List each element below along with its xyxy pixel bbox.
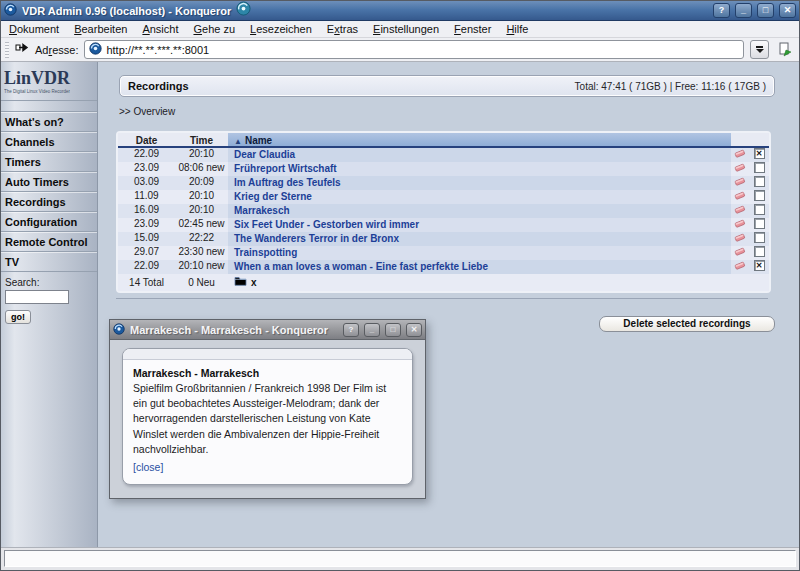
popup-title: Marrakesch - Marrakesch - Konqueror <box>130 324 328 336</box>
delete-icon[interactable] <box>734 162 746 176</box>
sidebar-item-whats-on[interactable]: What's on? <box>1 112 97 132</box>
recording-link[interactable]: Frühreport Wirtschaft <box>234 163 337 174</box>
window-title: VDR Admin 0.96 (localhost) - Konqueror <box>22 5 231 17</box>
select-checkbox[interactable] <box>754 176 765 187</box>
select-checkbox[interactable] <box>754 162 765 173</box>
sidebar-item-auto-timers[interactable]: Auto Timers <box>1 172 97 192</box>
menu-dokument[interactable]: Dokument <box>9 23 59 35</box>
search-label: Search: <box>5 277 93 288</box>
delete-icon[interactable] <box>734 232 746 246</box>
recording-link[interactable]: Krieg der Sterne <box>234 191 312 202</box>
toolbar-grip[interactable] <box>5 42 9 58</box>
select-checkbox[interactable] <box>754 260 765 271</box>
recording-link[interactable]: Six Feet Under - Gestorben wird immer <box>234 219 419 230</box>
popup-help-button[interactable]: ? <box>343 323 359 337</box>
sidebar-item-timers[interactable]: Timers <box>1 152 97 172</box>
delete-icon[interactable] <box>734 218 746 232</box>
delete-icon[interactable] <box>734 148 746 162</box>
konqueror-icon <box>4 2 17 20</box>
address-input[interactable] <box>106 44 739 56</box>
popup-titlebar[interactable]: Marrakesch - Marrakesch - Konqueror ? _ … <box>110 320 425 340</box>
linvdr-logo: LinVDR The Digital Linux Video Recorder <box>1 62 97 101</box>
page: Recordings Total: 47:41 ( 71GB ) | Free:… <box>98 62 799 547</box>
close-link[interactable]: [close] <box>133 461 163 473</box>
overview-link[interactable]: >> Overview <box>119 106 175 117</box>
address-combo <box>84 40 744 59</box>
sidebar-item-recordings[interactable]: Recordings <box>1 192 97 212</box>
select-checkbox[interactable] <box>754 232 765 243</box>
popup-close-button[interactable]: ✕ <box>406 323 422 337</box>
table-row: 23.09 02:45 new Six Feet Under - Gestorb… <box>118 218 769 232</box>
maximize-button[interactable]: □ <box>757 3 774 18</box>
recording-link[interactable]: When a man loves a woman - Eine fast per… <box>234 261 488 272</box>
folder-link[interactable]: x <box>251 274 257 291</box>
menu-bearbeiten[interactable]: Bearbeiten <box>74 23 127 35</box>
delete-icon[interactable] <box>734 176 746 190</box>
column-header-name[interactable]: ▲Name <box>228 133 731 146</box>
sidebar-item-remote-control[interactable]: Remote Control <box>1 232 97 252</box>
status-field <box>4 550 796 567</box>
titlebar[interactable]: VDR Admin 0.96 (localhost) - Konqueror ?… <box>1 1 799 21</box>
recording-info-title: Marrakesch - Marrakesch <box>133 367 402 379</box>
menu-einstellungen[interactable]: Einstellungen <box>373 23 439 35</box>
sidebar-item-tv[interactable]: TV <box>1 252 97 272</box>
menubar: Dokument Bearbeiten Ansicht Gehe zu Lese… <box>1 21 799 38</box>
konqueror-window: VDR Admin 0.96 (localhost) - Konqueror ?… <box>0 0 800 571</box>
popup-body: Marrakesch - Marrakesch Spielfilm Großbr… <box>110 340 425 498</box>
select-checkbox[interactable] <box>754 148 765 159</box>
delete-icon[interactable] <box>734 190 746 204</box>
sidebar-item-configuration[interactable]: Configuration <box>1 212 97 232</box>
minimize-button[interactable]: _ <box>735 3 752 18</box>
go-button[interactable] <box>775 40 795 60</box>
delete-icon[interactable] <box>734 204 746 218</box>
sidebar-nav: What's on? Channels Timers Auto Timers R… <box>1 111 97 272</box>
sidebar: LinVDR The Digital Linux Video Recorder … <box>1 62 98 547</box>
address-dropdown-button[interactable] <box>750 40 769 59</box>
select-checkbox[interactable] <box>754 204 765 215</box>
menu-gehe-zu[interactable]: Gehe zu <box>193 23 235 35</box>
search-input[interactable] <box>5 290 69 304</box>
select-checkbox[interactable] <box>754 218 765 229</box>
menu-hilfe[interactable]: Hilfe <box>506 23 528 35</box>
table-row: 15.09 22:22 The Wanderers Terror in der … <box>118 232 769 246</box>
menu-extras[interactable]: Extras <box>327 23 358 35</box>
folder-icon[interactable] <box>234 274 247 291</box>
search-go-button[interactable]: go! <box>5 310 31 324</box>
recording-link[interactable]: Dear Claudia <box>234 149 295 160</box>
recording-link[interactable]: Trainspotting <box>234 247 297 258</box>
menu-lesezeichen[interactable]: Lesezeichen <box>250 23 312 35</box>
recording-link[interactable]: The Wanderers Terror in der Bronx <box>234 233 399 244</box>
clear-location-icon[interactable] <box>15 41 29 59</box>
menu-ansicht[interactable]: Ansicht <box>142 23 178 35</box>
marrakesch-popup-window: Marrakesch - Marrakesch - Konqueror ? _ … <box>109 319 426 499</box>
table-row: 22.09 20:10 new When a man loves a woman… <box>118 260 769 274</box>
location-toolbar: Adresse: <box>1 38 799 62</box>
close-button[interactable]: ✕ <box>779 3 796 18</box>
delete-icon[interactable] <box>734 246 746 260</box>
help-button[interactable]: ? <box>713 3 730 18</box>
table-row: 29.07 23:30 new Trainspotting <box>118 246 769 260</box>
recording-link[interactable]: Im Auftrag des Teufels <box>234 177 341 188</box>
table-row: 23.09 08:06 new Frühreport Wirtschaft <box>118 162 769 176</box>
delete-icon[interactable] <box>734 260 746 274</box>
page-header: Recordings Total: 47:41 ( 71GB ) | Free:… <box>119 75 775 97</box>
sort-ascending-icon: ▲ <box>234 137 242 146</box>
recordings-table: Date Time ▲Name 22.09 20:10 Dear Claudia… <box>116 131 771 293</box>
column-header-time[interactable]: Time <box>175 133 228 146</box>
chevron-down-icon <box>756 49 764 53</box>
column-header-date[interactable]: Date <box>118 133 175 146</box>
sidebar-item-channels[interactable]: Channels <box>1 132 97 152</box>
select-checkbox[interactable] <box>754 246 765 257</box>
konqueror-url-icon <box>89 41 102 59</box>
popup-minimize-button[interactable]: _ <box>364 323 380 337</box>
recording-description: Spielfilm Großbritannien / Frankreich 19… <box>133 381 402 457</box>
statusbar <box>1 547 799 570</box>
popup-maximize-button[interactable]: □ <box>385 323 401 337</box>
delete-selected-button[interactable]: Delete selected recordings <box>599 316 775 332</box>
menu-fenster[interactable]: Fenster <box>454 23 491 35</box>
logo-text: LinVDR <box>4 69 94 87</box>
recording-link[interactable]: Marrakesch <box>234 205 290 216</box>
divider <box>116 298 768 299</box>
total-count: 14 Total <box>118 274 175 291</box>
select-checkbox[interactable] <box>754 190 765 201</box>
